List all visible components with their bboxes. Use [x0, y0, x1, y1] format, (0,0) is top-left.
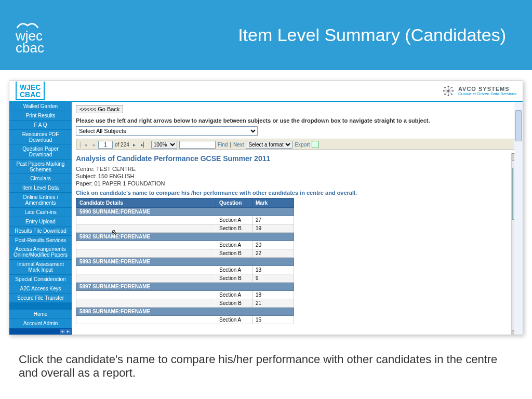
sidebar-item[interactable]: Account Admin [9, 319, 72, 328]
candidate-name-row[interactable]: 5892 SURNAME:FORENAME [76, 233, 294, 241]
sidebar: Walled GardenPrint ResultsF A QResources… [9, 102, 72, 335]
table-row: Section A18 [76, 291, 294, 299]
slide-caption: Click the candidate's name to compare hi… [0, 345, 532, 380]
sidebar-item[interactable]: Secure File Transfer [9, 294, 72, 303]
sidebar-item[interactable]: Resources PDF Download [9, 130, 72, 144]
zoom-select[interactable]: 100% [151, 141, 177, 149]
candidate-name-row[interactable]: 5890 SURNAME:FORENAME [76, 208, 294, 216]
sidebar-item[interactable]: Results File Download [9, 227, 72, 236]
table-row: Section A27 [76, 216, 294, 224]
sidebar-item[interactable]: Entry Upload [9, 217, 72, 227]
sidebar-item[interactable]: Print Results [9, 111, 72, 121]
format-select[interactable]: Select a format [246, 141, 292, 149]
table-row: Section A15 [76, 316, 294, 324]
sidebar-item[interactable]: Special Consideration [9, 275, 72, 284]
subject-value: 150 ENGLISH [98, 173, 135, 179]
first-page-icon[interactable]: ▏◂ [78, 142, 88, 148]
candidate-name-row[interactable]: 5897 SURNAME:FORENAME [76, 283, 294, 291]
table-row: Section A13 [76, 266, 294, 274]
svg-line-15 [445, 91, 448, 95]
centre-value: TEST CENTRE [96, 166, 136, 172]
avco-icon [442, 84, 455, 98]
subject-select[interactable]: Select All Subjects [76, 126, 258, 136]
page-input[interactable] [98, 141, 113, 149]
sidebar-item[interactable]: Access Arrangements Online/Modified Pape… [9, 245, 72, 260]
report-toolbar: ▏◂ ◂ of 224 ▸ ▸▏ 100% Find | Next Select… [76, 139, 518, 150]
svg-line-14 [448, 88, 452, 91]
sidebar-item[interactable]: Home [9, 310, 72, 319]
wjec-logo: wjeccbac [16, 16, 44, 55]
sidebar-item[interactable]: A2C Access Keys [9, 284, 72, 294]
sidebar-item[interactable]: Late Cash-ins [9, 208, 72, 217]
sidebar-item[interactable]: Question Paper Download [9, 144, 72, 159]
find-link[interactable]: Find [218, 142, 228, 148]
logo-text-2: cbac [16, 40, 44, 56]
slide-title: Item Level Summary (Candidates) [238, 25, 506, 45]
report-hint: Click on candidate's name to compare his… [76, 190, 510, 196]
table-row: Section B19 [76, 224, 294, 233]
app-header: WJECCBAC AVCO SYSTEMSCustomer Driven Dat… [9, 81, 523, 102]
paper-value: 01 PAPER 1 FOUNDATION [94, 180, 165, 187]
report-viewport: Analysis of Candidate Performance GCSE S… [76, 153, 518, 335]
table-row: Section B21 [76, 299, 294, 308]
refresh-icon[interactable] [312, 141, 319, 148]
last-page-icon[interactable]: ▸▏ [139, 142, 149, 148]
svg-line-13 [445, 88, 448, 91]
sidebar-item[interactable]: Walled Garden [9, 102, 72, 111]
go-back-button[interactable]: <<<<< Go Back [76, 105, 123, 113]
page-total: of 224 [115, 142, 129, 148]
sidebar-item[interactable]: Circulars [9, 174, 72, 183]
sidebar-item[interactable]: Internal Assessment Mark Input [9, 260, 72, 274]
slide-banner: wjeccbac Item Level Summary (Candidates) [0, 0, 532, 70]
nav-instruction: Please use the left and right arrows bel… [76, 117, 518, 124]
sidebar-item[interactable]: Past Papers Marking Schemes [9, 159, 72, 174]
app-window: WJECCBAC AVCO SYSTEMSCustomer Driven Dat… [9, 81, 523, 335]
table-row: Section B22 [76, 249, 294, 258]
window-scrollbar[interactable] [514, 102, 523, 335]
col-mark: Mark [252, 198, 294, 208]
report-title: Analysis of Candidate Performance GCSE S… [76, 154, 510, 163]
sidebar-item[interactable]: Item Level Data [9, 183, 72, 193]
candidate-name-row[interactable]: 5898 SURNAME:FORENAME [76, 308, 294, 316]
candidate-name-row[interactable]: 5893 SURNAME:FORENAME [76, 258, 294, 266]
find-input[interactable] [179, 141, 216, 149]
next-page-icon[interactable]: ▸ [131, 142, 137, 148]
export-link[interactable]: Export [295, 142, 310, 148]
sidebar-item[interactable]: Online Entries / Amendments [9, 193, 72, 207]
svg-line-16 [448, 91, 452, 95]
table-row: Section A20 [76, 241, 294, 249]
avco-logo: AVCO SYSTEMSCustomer Driven Data Service… [442, 84, 516, 98]
table-row: Section B9 [76, 274, 294, 283]
next-link[interactable]: Next [233, 142, 244, 148]
candidate-table: Candidate Details Question Mark 5890 SUR… [76, 198, 294, 324]
col-question: Question [216, 198, 252, 208]
app-logo: WJECCBAC [16, 82, 45, 100]
prev-page-icon[interactable]: ◂ [90, 142, 96, 148]
col-details: Candidate Details [76, 198, 216, 208]
sidebar-item[interactable]: F A Q [9, 121, 72, 130]
sidebar-item[interactable]: Post-Results Services [9, 236, 72, 245]
